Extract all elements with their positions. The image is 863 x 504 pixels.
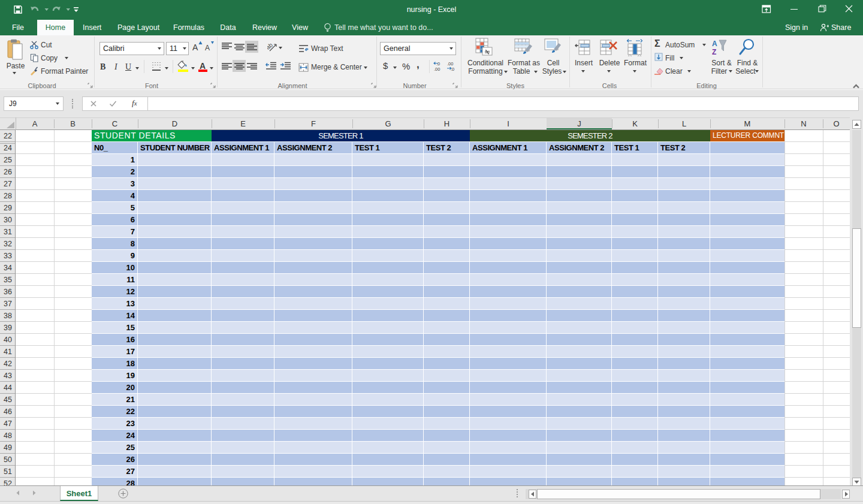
- svg-text:ab: ab: [267, 42, 274, 51]
- svg-text:Z: Z: [712, 48, 716, 56]
- svg-text:A: A: [712, 40, 717, 48]
- svg-text:.00: .00: [434, 67, 440, 72]
